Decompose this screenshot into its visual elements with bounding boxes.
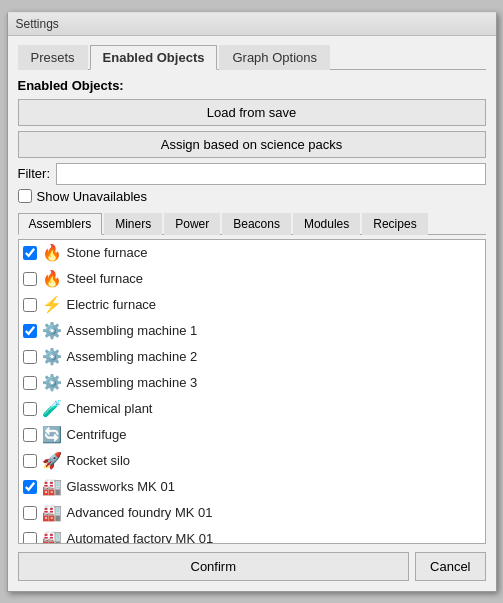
list-item: ⚙️Assembling machine 2 <box>19 344 485 370</box>
item-icon-automated-factory-mk01: 🏭 <box>41 528 63 544</box>
item-checkbox-advanced-foundry-mk01[interactable] <box>23 506 37 520</box>
item-checkbox-chemical-plant[interactable] <box>23 402 37 416</box>
list-item: ⚙️Assembling machine 3 <box>19 370 485 396</box>
item-checkbox-electric-furnace[interactable] <box>23 298 37 312</box>
tab-enabled-objects[interactable]: Enabled Objects <box>90 45 218 70</box>
show-unavailables-label: Show Unavailables <box>37 189 148 204</box>
item-label-assembling-machine-3: Assembling machine 3 <box>67 375 198 390</box>
item-label-automated-factory-mk01: Automated factory MK 01 <box>67 531 214 544</box>
main-tabs-row: Presets Enabled Objects Graph Options <box>18 44 486 70</box>
filter-label: Filter: <box>18 166 51 181</box>
assign-science-button[interactable]: Assign based on science packs <box>18 131 486 158</box>
inner-tab-miners[interactable]: Miners <box>104 213 162 235</box>
show-unavailables-checkbox[interactable] <box>18 189 32 203</box>
tab-presets[interactable]: Presets <box>18 45 88 70</box>
list-item: ⚡Electric furnace <box>19 292 485 318</box>
inner-tab-modules[interactable]: Modules <box>293 213 360 235</box>
inner-tabs-row: Assemblers Miners Power Beacons Modules … <box>18 212 486 235</box>
item-icon-assembling-machine-3: ⚙️ <box>41 372 63 394</box>
inner-tab-power[interactable]: Power <box>164 213 220 235</box>
item-label-assembling-machine-1: Assembling machine 1 <box>67 323 198 338</box>
item-icon-centrifuge: 🔄 <box>41 424 63 446</box>
inner-tab-assemblers[interactable]: Assemblers <box>18 213 103 235</box>
list-item: 🧪Chemical plant <box>19 396 485 422</box>
item-label-centrifuge: Centrifuge <box>67 427 127 442</box>
window-title: Settings <box>16 17 59 31</box>
list-item: ⚙️Assembling machine 1 <box>19 318 485 344</box>
list-item: 🔥Steel furnace <box>19 266 485 292</box>
confirm-button[interactable]: Confirm <box>18 552 410 581</box>
list-item: 🏭Advanced foundry MK 01 <box>19 500 485 526</box>
item-label-chemical-plant: Chemical plant <box>67 401 153 416</box>
item-checkbox-assembling-machine-1[interactable] <box>23 324 37 338</box>
item-checkbox-centrifuge[interactable] <box>23 428 37 442</box>
item-icon-assembling-machine-2: ⚙️ <box>41 346 63 368</box>
item-checkbox-assembling-machine-3[interactable] <box>23 376 37 390</box>
inner-tab-recipes[interactable]: Recipes <box>362 213 427 235</box>
filter-row: Filter: <box>18 163 486 185</box>
window-body: Presets Enabled Objects Graph Options En… <box>8 36 496 591</box>
item-icon-chemical-plant: 🧪 <box>41 398 63 420</box>
item-icon-advanced-foundry-mk01: 🏭 <box>41 502 63 524</box>
inner-tab-beacons[interactable]: Beacons <box>222 213 291 235</box>
item-label-glassworks-mk01: Glassworks MK 01 <box>67 479 175 494</box>
item-checkbox-assembling-machine-2[interactable] <box>23 350 37 364</box>
list-item: 🚀Rocket silo <box>19 448 485 474</box>
item-icon-assembling-machine-1: ⚙️ <box>41 320 63 342</box>
item-icon-rocket-silo: 🚀 <box>41 450 63 472</box>
footer-row: Confirm Cancel <box>18 552 486 581</box>
tab-graph-options[interactable]: Graph Options <box>219 45 330 70</box>
cancel-button[interactable]: Cancel <box>415 552 485 581</box>
item-icon-steel-furnace: 🔥 <box>41 268 63 290</box>
item-checkbox-stone-furnace[interactable] <box>23 246 37 260</box>
item-label-stone-furnace: Stone furnace <box>67 245 148 260</box>
item-checkbox-rocket-silo[interactable] <box>23 454 37 468</box>
list-item: 🏭Glassworks MK 01 <box>19 474 485 500</box>
filter-input[interactable] <box>56 163 486 185</box>
list-item: 🔄Centrifuge <box>19 422 485 448</box>
item-label-steel-furnace: Steel furnace <box>67 271 144 286</box>
show-unavailables-row: Show Unavailables <box>18 189 486 204</box>
item-label-rocket-silo: Rocket silo <box>67 453 131 468</box>
item-label-advanced-foundry-mk01: Advanced foundry MK 01 <box>67 505 213 520</box>
item-icon-stone-furnace: 🔥 <box>41 242 63 264</box>
item-label-electric-furnace: Electric furnace <box>67 297 157 312</box>
item-label-assembling-machine-2: Assembling machine 2 <box>67 349 198 364</box>
list-item: 🏭Automated factory MK 01 <box>19 526 485 544</box>
title-bar: Settings <box>8 13 496 36</box>
item-icon-electric-furnace: ⚡ <box>41 294 63 316</box>
item-icon-glassworks-mk01: 🏭 <box>41 476 63 498</box>
items-list: 🔥Stone furnace🔥Steel furnace⚡Electric fu… <box>18 239 486 544</box>
item-checkbox-automated-factory-mk01[interactable] <box>23 532 37 544</box>
load-from-save-button[interactable]: Load from save <box>18 99 486 126</box>
item-checkbox-glassworks-mk01[interactable] <box>23 480 37 494</box>
section-label: Enabled Objects: <box>18 78 486 93</box>
list-item: 🔥Stone furnace <box>19 240 485 266</box>
item-checkbox-steel-furnace[interactable] <box>23 272 37 286</box>
settings-window: Settings Presets Enabled Objects Graph O… <box>7 12 497 592</box>
